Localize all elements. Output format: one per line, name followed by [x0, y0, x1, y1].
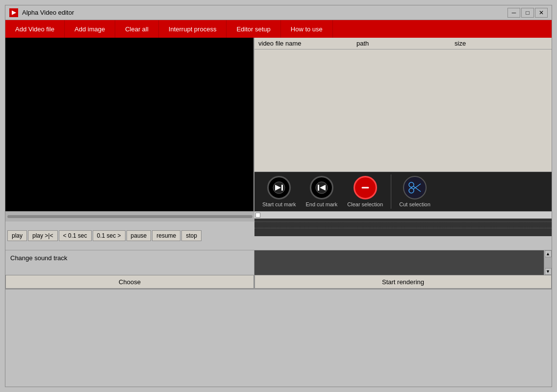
file-list-header: video file name path size	[254, 38, 552, 49]
sound-track-label: Change sound track	[5, 250, 254, 275]
clear-selection-button[interactable]: Clear selection	[343, 174, 387, 209]
cut-selection-label: Cut selection	[399, 201, 430, 207]
svg-rect-2	[281, 185, 283, 191]
choose-button[interactable]: Choose	[5, 275, 254, 289]
col-filename: video file name	[258, 40, 356, 47]
render-area	[254, 250, 544, 275]
top-section: video file name path size	[5, 38, 552, 211]
clear-selection-label: Clear selection	[347, 201, 383, 207]
cut-selection-button[interactable]: Cut selection	[395, 174, 434, 209]
resume-button[interactable]: resume	[152, 230, 180, 241]
render-row: ▲ ▼	[254, 250, 552, 275]
col-size: size	[455, 40, 548, 47]
right-panel: video file name path size	[254, 38, 552, 211]
svg-rect-5	[318, 185, 319, 191]
timeline-dots	[254, 221, 552, 228]
main-content: video file name path size	[5, 38, 552, 387]
minimize-button[interactable]: ─	[507, 8, 520, 18]
render-section: ▲ ▼ Start rendering	[254, 250, 552, 289]
start-cut-mark-icon	[267, 176, 291, 199]
seek-bar[interactable]	[7, 215, 253, 218]
play-button[interactable]: play	[7, 230, 27, 241]
sound-track-section: Change sound track Choose	[5, 250, 254, 289]
scroll-down-button[interactable]: ▼	[545, 268, 552, 275]
menu-add-video[interactable]: Add Video file	[5, 20, 65, 38]
svg-line-10	[413, 184, 421, 189]
window-title: Alpha Video editor	[22, 9, 74, 16]
timeline-thumb[interactable]	[255, 213, 260, 218]
timeline-slider[interactable]	[254, 212, 552, 219]
main-window: ▶ Alpha Video editor ─ □ ✕ Add Video fil…	[5, 5, 552, 387]
cut-selection-icon	[403, 176, 427, 199]
restore-button[interactable]: □	[521, 8, 534, 18]
fwd-01-button[interactable]: 0.1 sec >	[93, 230, 126, 241]
title-bar: ▶ Alpha Video editor ─ □ ✕	[5, 5, 552, 20]
timeline-area	[254, 212, 552, 236]
stop-button[interactable]: stop	[181, 230, 202, 241]
start-rendering-button[interactable]: Start rendering	[254, 275, 552, 289]
render-scrollbar: ▲ ▼	[544, 250, 552, 275]
svg-point-8	[409, 188, 414, 193]
play-next-button[interactable]: play >|<	[28, 230, 57, 241]
bottom-section	[5, 289, 552, 387]
col-path: path	[356, 40, 455, 47]
close-button[interactable]: ✕	[535, 8, 548, 18]
pause-button[interactable]: pause	[127, 230, 152, 241]
middle-section: Change sound track Choose ▲ ▼ Start rend…	[5, 250, 552, 289]
svg-point-9	[409, 182, 414, 187]
controls-bar: Start cut mark End cut mark	[254, 172, 552, 211]
end-cut-mark-icon	[310, 176, 333, 199]
end-cut-mark-button[interactable]: End cut mark	[302, 174, 341, 209]
menu-clear-all[interactable]: Clear all	[115, 20, 159, 38]
menu-add-image[interactable]: Add image	[65, 20, 115, 38]
playback-section: play play >|< < 0.1 sec 0.1 sec > pause …	[5, 211, 552, 250]
menu-interrupt[interactable]: Interrupt process	[159, 20, 227, 38]
playback-right	[254, 212, 552, 250]
menu-editor-setup[interactable]: Editor setup	[227, 20, 280, 38]
svg-line-11	[413, 186, 421, 192]
scroll-up-button[interactable]: ▲	[545, 250, 552, 257]
video-preview	[5, 38, 254, 211]
controls-divider	[391, 174, 391, 209]
end-cut-mark-label: End cut mark	[305, 201, 337, 207]
back-01-button[interactable]: < 0.1 sec	[59, 230, 92, 241]
menu-how-to-use[interactable]: How to use	[281, 20, 333, 38]
seek-bar-area	[5, 212, 254, 221]
start-cut-mark-label: Start cut mark	[262, 201, 296, 207]
file-list: video file name path size	[254, 38, 552, 172]
playback-buttons: play play >|< < 0.1 sec 0.1 sec > pause …	[5, 221, 254, 250]
start-cut-mark-button[interactable]: Start cut mark	[258, 174, 300, 209]
menu-bar: Add Video file Add image Clear all Inter…	[5, 20, 552, 38]
clear-selection-icon	[354, 176, 377, 199]
title-buttons: ─ □ ✕	[507, 8, 548, 18]
title-bar-left: ▶ Alpha Video editor	[9, 8, 74, 17]
playback-left: play play >|< < 0.1 sec 0.1 sec > pause …	[5, 212, 254, 250]
app-icon: ▶	[9, 8, 18, 17]
